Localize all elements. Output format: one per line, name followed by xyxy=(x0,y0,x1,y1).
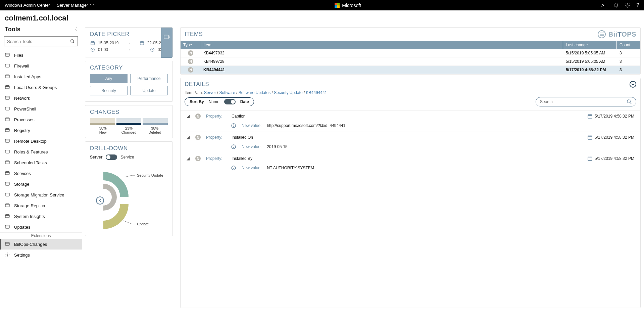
sidebar-item-storage[interactable]: Storage xyxy=(0,179,82,189)
brand: Microsoft xyxy=(94,3,601,8)
changes-bar-new[interactable] xyxy=(90,118,115,125)
bell-icon[interactable] xyxy=(613,3,619,8)
changes-bar-changed[interactable] xyxy=(116,118,142,125)
sidebar-item-files[interactable]: Files xyxy=(0,50,82,60)
sidebar-item-processes[interactable]: Processes xyxy=(0,114,82,125)
col-count[interactable]: Count xyxy=(617,41,640,49)
drill-left-label: Server xyxy=(90,155,102,160)
tool-icon xyxy=(5,149,10,154)
changes-card: CHANGES 38%New23%Changed38%Deleted xyxy=(85,105,173,138)
sidebar-item-scheduled-tasks[interactable]: Scheduled Tasks xyxy=(0,157,82,168)
app-title[interactable]: Windows Admin Center xyxy=(5,3,50,8)
drilldown-toggle[interactable] xyxy=(106,154,117,160)
sort-date-option[interactable]: Date xyxy=(240,99,249,104)
collapse-icon[interactable]: ◢ xyxy=(187,114,190,119)
svg-rect-9 xyxy=(5,129,9,132)
tool-icon xyxy=(5,117,10,122)
svg-rect-7 xyxy=(5,107,9,110)
filters-column: DATE PICKER 15-05-2019 → 22-05-2019 01:0… xyxy=(82,25,176,313)
sort-name-option[interactable]: Name xyxy=(209,99,219,104)
tools-search-input[interactable] xyxy=(7,39,70,44)
items-row[interactable]: NKB44997285/15/2019 5:05:05 AM3 xyxy=(181,57,640,66)
legend-update: Update xyxy=(137,222,149,226)
category-update[interactable]: Update xyxy=(130,86,168,95)
path-server[interactable]: Server xyxy=(204,90,216,95)
from-time[interactable]: 01:00 xyxy=(98,47,108,52)
sidebar-item-updates[interactable]: Updates xyxy=(0,222,82,232)
sort-by-control: Sort By Name Date xyxy=(185,97,254,106)
calendar-icon[interactable] xyxy=(139,40,145,46)
main-column: ITEMS BiiTOPS TypeItemLast changeCount N… xyxy=(176,25,644,313)
col-last-change[interactable]: Last change xyxy=(563,41,617,49)
collapse-icon[interactable]: ◢ xyxy=(187,156,190,161)
tool-icon xyxy=(5,224,10,230)
help-icon[interactable]: ? xyxy=(636,2,639,8)
clock-icon[interactable] xyxy=(90,47,95,52)
changes-title: CHANGES xyxy=(90,109,168,116)
category-performance[interactable]: Performance xyxy=(130,74,168,83)
type-badge-icon: N xyxy=(188,59,193,64)
extensions-label: Extensions xyxy=(0,232,82,239)
details-search[interactable] xyxy=(536,97,636,106)
info-icon xyxy=(231,123,236,128)
sidebar-item-network[interactable]: Network xyxy=(0,93,82,103)
collapse-icon[interactable]: ◢ xyxy=(187,135,190,140)
gear-icon[interactable] xyxy=(625,3,630,8)
calendar-icon xyxy=(587,135,593,140)
path-kb4494441[interactable]: KB4494441 xyxy=(306,90,327,95)
items-row[interactable]: NKB44944415/17/2019 4:58:32 PM3 xyxy=(181,66,640,74)
items-title: ITEMS xyxy=(185,31,203,38)
server-manager-menu[interactable]: Server Manager ﹀ xyxy=(57,2,94,8)
svg-rect-32 xyxy=(588,157,592,161)
info-icon xyxy=(231,144,236,149)
svg-rect-10 xyxy=(5,139,9,142)
top-bar: Windows Admin Center Server Manager ﹀ Mi… xyxy=(0,0,644,10)
drilldown-card: DRILL-DOWN Server Service xyxy=(85,141,173,236)
path-security-update[interactable]: Security Update xyxy=(274,90,302,95)
bookmark-tab[interactable] xyxy=(161,28,172,58)
legend-security-update: Security Update xyxy=(137,173,163,177)
path-software[interactable]: Software xyxy=(219,90,235,95)
sidebar-item-firewall[interactable]: Firewall xyxy=(0,60,82,71)
sidebar-item-services[interactable]: Services xyxy=(0,168,82,179)
sidebar-item-roles-features[interactable]: Roles & Features xyxy=(0,146,82,157)
terminal-icon[interactable]: >_ xyxy=(601,2,607,8)
category-security[interactable]: Security xyxy=(90,86,128,95)
sidebar-item-remote-desktop[interactable]: Remote Desktop xyxy=(0,136,82,146)
calendar-icon[interactable] xyxy=(90,40,95,46)
sidebar-item-powershell[interactable]: PowerShell xyxy=(0,103,82,114)
sidebar-item-installed-apps[interactable]: Installed Apps xyxy=(0,71,82,82)
category-any[interactable]: Any xyxy=(90,74,128,83)
clock-icon[interactable] xyxy=(150,47,155,52)
tool-icon xyxy=(5,138,10,144)
sidebar-item-storage-replica[interactable]: Storage Replica xyxy=(0,200,82,211)
items-table: TypeItemLast changeCount xyxy=(181,41,640,49)
menu-icon[interactable] xyxy=(598,30,606,38)
tool-icon xyxy=(5,203,10,208)
new-value: NT AUTHORITY\SYSTEM xyxy=(267,166,314,170)
sidebar-item-system-insights[interactable]: System Insights xyxy=(0,211,82,222)
sort-toggle[interactable] xyxy=(224,99,236,104)
svg-rect-14 xyxy=(5,182,9,185)
svg-rect-11 xyxy=(5,150,9,153)
sidebar-item-storage-migration-service[interactable]: Storage Migration Service xyxy=(0,189,82,200)
sidebar-item-registry[interactable]: Registry xyxy=(0,125,82,136)
items-row[interactable]: NKB44979325/15/2019 5:05:05 AM3 xyxy=(181,49,640,57)
svg-rect-13 xyxy=(5,172,9,175)
tools-search[interactable] xyxy=(4,36,78,46)
svg-rect-22 xyxy=(91,42,95,45)
sidebar-item-biitops-changes[interactable]: BiitOps-Changes xyxy=(0,239,82,250)
arrow-right-icon: → xyxy=(121,41,136,45)
details-search-input[interactable] xyxy=(540,99,627,104)
col-item[interactable]: Item xyxy=(201,41,563,49)
changes-bar-deleted[interactable] xyxy=(143,118,168,125)
expand-details-icon[interactable] xyxy=(630,81,636,88)
sidebar-item-settings[interactable]: Settings xyxy=(0,250,82,260)
from-date[interactable]: 15-05-2019 xyxy=(98,41,118,45)
tool-icon xyxy=(5,192,10,197)
date-picker-title: DATE PICKER xyxy=(90,31,168,38)
sidebar-item-local-users-groups[interactable]: Local Users & Groups xyxy=(0,82,82,93)
path-software-updates[interactable]: Software Updates xyxy=(239,90,270,95)
collapse-tools-icon[interactable]: 〈 xyxy=(73,27,77,33)
col-type[interactable]: Type xyxy=(181,41,201,49)
